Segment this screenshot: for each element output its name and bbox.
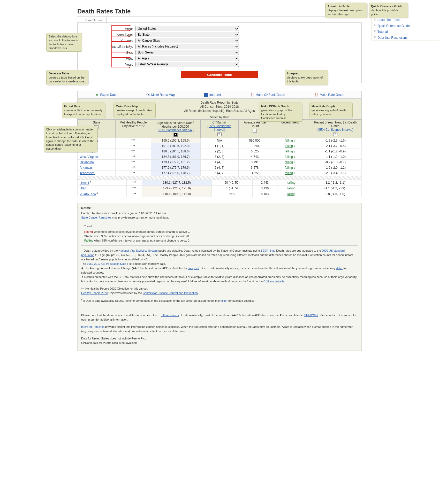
down-arrow-icon: ↓ (296, 192, 298, 196)
link-seerstat[interactable]: SEER*Stat (304, 314, 318, 317)
page-title: Death Rates Table (77, 8, 362, 15)
callout-select-data: Select the data options you would like t… (46, 33, 82, 52)
state-link[interactable]: Tennessee (80, 171, 95, 175)
link-tutorial[interactable]: Tutorial (377, 30, 388, 34)
trend-link[interactable]: falling (287, 181, 295, 184)
callout-sort-note: Click on a triangle in a column header t… (44, 126, 97, 152)
link-healthy-people[interactable]: Healthy People 2020 (81, 291, 108, 294)
label-area-type: Area Type: (81, 33, 133, 37)
state-link[interactable]: Utah (80, 187, 86, 190)
state-link[interactable]: Arkansas (80, 166, 93, 169)
table-row: Oklahoma***179.4 (177.6, 181.2)4 (4, 6)8… (78, 160, 362, 165)
toolbar: ▦Export Data 🗺Make Rates Map iInterpret … (77, 91, 362, 99)
label-year: Year: (81, 63, 133, 66)
trend-link[interactable]: falling (287, 192, 295, 196)
link-ci95[interactable]: (95% Confidence Interval) (158, 128, 194, 132)
down-arrow-icon: ↓ (293, 139, 295, 142)
link-interpret-rankings[interactable]: Interpret Rankings (81, 325, 104, 328)
sort-icon[interactable]: ▽ (217, 133, 222, 136)
down-arrow-icon: ↓ (293, 155, 295, 159)
map-icon: 🗺 (146, 93, 150, 97)
trend-link[interactable]: falling (285, 150, 293, 153)
tab-data-options[interactable]: Data Options (82, 17, 107, 23)
label-sex: Sex: (81, 51, 133, 55)
trend-link[interactable]: falling (287, 187, 295, 190)
link-data-use-restrictions[interactable]: Data Use Restrictions (377, 36, 407, 40)
link-nvss[interactable]: National Vital Statistics System (118, 249, 157, 252)
table-row: United States***155.5 (155.3, 155.6)N/A5… (78, 138, 362, 143)
trend-link[interactable]: falling (285, 166, 293, 169)
sort-icon-active[interactable]: ▼ (173, 133, 178, 137)
sort-icon[interactable]: ▽ (253, 129, 257, 133)
label-age: Age: (81, 57, 133, 60)
death-rates-table: State△ Met Healthy People Objective of *… (77, 119, 362, 176)
down-arrow-icon: ↓ (293, 144, 295, 148)
select-cancer[interactable]: All Cancer Sites (135, 38, 239, 43)
info-icon: i (204, 93, 208, 97)
callout-interpret: Interpretdisplays a text description of … (285, 70, 328, 85)
link-interpret[interactable]: Interpret (209, 93, 221, 97)
table-row: West Virginia***184.3 (181.9, 186.7)3 (2… (78, 154, 362, 160)
callout-export-data: Export Datacreates a file in a format re… (62, 103, 105, 118)
spreadsheet-icon: ▦ (95, 93, 99, 97)
callout-make-rate-graph: Make Rate Graphgenerates a graph of deat… (309, 103, 353, 118)
table-row: Kentucky***191.2 (189.5, 192.9)1 (1, 1)1… (78, 143, 362, 149)
select-sex[interactable]: Both Sexes (135, 50, 239, 55)
select-year[interactable]: Latest 5-Year Average (135, 62, 239, 67)
link-ci95[interactable]: (95% Confidence Interval) (317, 128, 353, 131)
table-row: Utah***123.9 (121.9, 125.8)51 (51, 51)3,… (78, 186, 362, 191)
table-row: Arkansas***177.6 (175.7, 179.6)5 (4, 7)6… (78, 165, 362, 170)
link-make-rate-graph[interactable]: Make Rate Graph (320, 93, 344, 97)
link-make-cirank-graph[interactable]: Make CI*Rank Graph (256, 93, 285, 97)
trend-link[interactable]: falling (285, 139, 293, 142)
select-area-type[interactable]: By State (135, 32, 239, 37)
table-row: Mississippi***186.5 (184.5, 188.6)2 (2, … (78, 149, 362, 154)
chart-icon: ┊┊ (250, 93, 254, 97)
popout-icon: ⇱ (374, 30, 376, 34)
generate-table-button[interactable]: Generate Table (181, 71, 258, 78)
trend-link[interactable]: falling (285, 155, 293, 159)
trend-link[interactable]: falling (285, 144, 293, 148)
link-joinpoint[interactable]: Joinpoint (188, 267, 199, 270)
select-race[interactable]: All Races (includes Hispanic) (135, 44, 239, 49)
trend-link[interactable]: falling (285, 160, 293, 164)
link-export-data[interactable]: Export Data (100, 93, 117, 97)
down-arrow-icon: ↓ (293, 160, 295, 164)
sort-icon[interactable]: ▽ (333, 133, 337, 136)
label-race: Race/Ethnicity: (81, 45, 133, 49)
down-arrow-icon: ↓ (293, 166, 295, 169)
link-differ[interactable]: differ (221, 299, 228, 302)
trend-link[interactable]: falling (285, 171, 293, 175)
link-seerstat[interactable]: SEER*Stat (261, 249, 275, 252)
callout-qrg: Quick Reference Guidedisplays this print… (369, 3, 408, 18)
popout-icon: ⇱ (374, 36, 376, 40)
link-quick-reference-guide[interactable]: Quick Reference Guide (377, 24, 410, 28)
link-make-rates-map[interactable]: Make Rates Map (151, 93, 175, 97)
select-area[interactable]: United States (135, 26, 239, 31)
link-cdc[interactable]: Centers for Disease Control and Preventi… (143, 291, 198, 294)
link-state-registries[interactable]: State Cancer Registries (81, 216, 111, 219)
link-about-this-table[interactable]: About This Table (377, 18, 400, 22)
select-age[interactable]: All Ages (135, 56, 239, 61)
table-row: Puerto Rico 8***110.6 (109.3, 112.0)N/A5… (78, 191, 362, 197)
table-row: Hawaii #***130.1 (127.7, 132.5)50 (49, 5… (78, 180, 362, 186)
link-different-years[interactable]: different years (161, 314, 179, 317)
state-link[interactable]: Hawaii (80, 181, 89, 185)
torn-divider (77, 176, 362, 180)
callout-about-table: About this Tabledisplays the text descri… (325, 3, 367, 18)
table-row: Tennessee***177.4 (176.0, 178.7)6 (4, 7)… (78, 170, 362, 176)
state-link[interactable]: Oklahoma (80, 160, 94, 164)
notes-panel: Notes: Created by statecancerprofiles.ca… (77, 203, 362, 351)
link-ci95[interactable]: (95% Confidence Interval) (208, 124, 231, 131)
link-pop-data[interactable]: 1969-2017 US Population Data (87, 262, 126, 265)
side-links-panel: ⇱About This Table ⇱Quick Reference Guide… (372, 17, 439, 41)
down-arrow-icon: ↓ (293, 171, 295, 175)
chart-icon: ┊┊ (314, 93, 319, 97)
callout-generate-table: Generate Tablecreates a table based on t… (46, 70, 88, 85)
callout-make-rates-map: Make Rates Mapcreates a map of death rat… (113, 103, 156, 118)
state-link[interactable]: West Virginia (80, 155, 98, 159)
link-cirank-site[interactable]: CI*Rank website (263, 280, 284, 283)
state-link[interactable]: Puerto Rico (80, 192, 96, 196)
popout-icon: ⇱ (374, 18, 376, 22)
link-differ[interactable]: differ (336, 267, 343, 270)
